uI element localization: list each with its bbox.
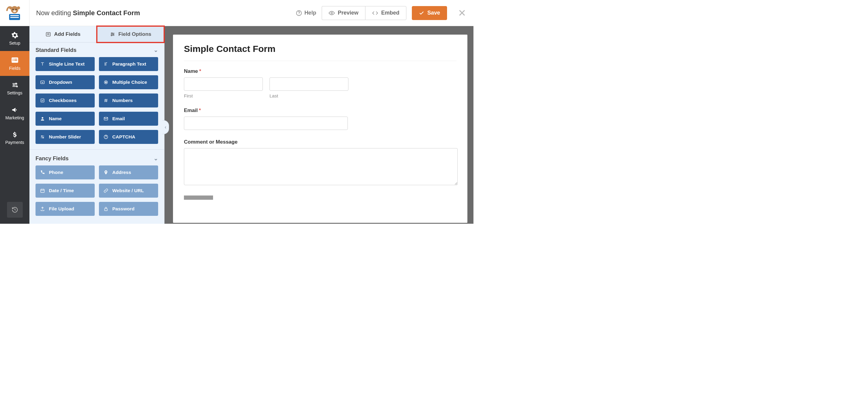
field-type-checkboxes[interactable]: Checkboxes — [35, 94, 95, 107]
field-type-label: Name — [49, 116, 62, 121]
side-rail: Setup Fields Settings Marketing Payments — [0, 26, 29, 224]
svg-point-27 — [113, 34, 114, 35]
hash-icon — [103, 98, 108, 103]
field-type-address[interactable]: Address — [99, 165, 158, 180]
field-type-name[interactable]: Name — [35, 112, 95, 126]
submit-button[interactable] — [184, 195, 213, 200]
editing-prefix: Now editing — [36, 9, 73, 17]
bullhorn-icon — [11, 106, 19, 114]
field-type-file-upload[interactable]: File Upload — [35, 202, 95, 216]
history-icon — [11, 207, 18, 213]
rail-setup[interactable]: Setup — [0, 26, 29, 51]
svg-rect-45 — [41, 189, 44, 192]
rail-payments[interactable]: Payments — [0, 126, 29, 151]
mail-icon — [103, 116, 108, 121]
list-icon — [11, 56, 19, 64]
check-icon — [40, 98, 45, 103]
svg-point-31 — [105, 82, 106, 83]
field-type-label: Number Slider — [49, 134, 81, 139]
field-type-multiple-choice[interactable]: Multiple Choice — [99, 75, 158, 89]
fields-panel: Add Fields Field Options Standard Fields… — [29, 26, 164, 224]
svg-point-37 — [41, 117, 43, 119]
svg-rect-49 — [104, 209, 107, 211]
comment-label: Comment or Message — [184, 139, 238, 145]
last-name-input[interactable] — [270, 77, 348, 91]
field-type-email[interactable]: Email — [99, 112, 158, 126]
fancy-field-grid: PhoneAddressDate / TimeWebsite / URLFile… — [29, 165, 164, 221]
help-icon — [103, 134, 108, 139]
embed-button[interactable]: Embed — [365, 6, 406, 20]
sliders-icon — [110, 32, 115, 37]
app-logo — [0, 0, 29, 26]
panel-tabs: Add Fields Field Options — [29, 26, 164, 42]
field-type-dropdown[interactable]: Dropdown — [35, 75, 95, 89]
svg-point-4 — [16, 9, 17, 10]
section-standard-fields[interactable]: Standard Fields ⌄ — [29, 42, 164, 57]
svg-point-19 — [16, 86, 18, 88]
field-type-label: Numbers — [112, 98, 133, 103]
main: Setup Fields Settings Marketing Payments… — [0, 26, 473, 224]
eye-icon — [329, 10, 335, 16]
history-button[interactable] — [7, 202, 23, 218]
field-type-label: Phone — [49, 170, 63, 175]
svg-point-5 — [13, 10, 16, 12]
field-type-password[interactable]: Password — [99, 202, 158, 216]
tab-add-fields[interactable]: Add Fields — [29, 26, 97, 42]
field-email[interactable]: Email* — [184, 107, 457, 130]
field-type-website-url[interactable]: Website / URL — [99, 184, 158, 198]
field-name[interactable]: Name* First Last — [184, 68, 457, 98]
field-comment[interactable]: Comment or Message — [184, 139, 457, 186]
field-type-label: Multiple Choice — [112, 80, 147, 85]
field-type-label: Website / URL — [112, 188, 144, 193]
tab-field-options[interactable]: Field Options — [97, 26, 164, 42]
radio-icon — [103, 80, 108, 85]
email-input[interactable] — [184, 117, 348, 130]
field-type-phone[interactable]: Phone — [35, 165, 95, 180]
field-type-captcha[interactable]: CAPTCHA — [99, 130, 158, 144]
first-name-input[interactable] — [184, 77, 263, 91]
field-type-label: Paragraph Text — [112, 61, 146, 67]
field-type-numbers[interactable]: Numbers — [99, 94, 158, 107]
preview-button[interactable]: Preview — [322, 6, 365, 20]
rail-fields[interactable]: Fields — [0, 51, 29, 76]
section-fancy-fields[interactable]: Fancy Fields ⌄ — [29, 151, 164, 165]
field-type-number-slider[interactable]: Number Slider — [35, 130, 95, 144]
form-name: Simple Contact Form — [73, 9, 140, 17]
topbar-actions: Help Preview Embed Save ✕ — [296, 6, 466, 20]
rail-marketing[interactable]: Marketing — [0, 101, 29, 126]
field-type-label: File Upload — [49, 206, 74, 212]
svg-rect-15 — [12, 60, 13, 61]
field-type-single-line-text[interactable]: Single Line Text — [35, 57, 95, 71]
standard-field-grid: Single Line TextParagraph TextDropdownMu… — [29, 57, 164, 150]
svg-rect-14 — [14, 59, 17, 60]
svg-point-18 — [13, 84, 14, 86]
field-type-date-time[interactable]: Date / Time — [35, 184, 95, 198]
field-type-label: Checkboxes — [49, 98, 76, 103]
form-canvas[interactable]: Simple Contact Form Name* First Last Ema… — [173, 35, 467, 223]
field-type-paragraph-text[interactable]: Paragraph Text — [99, 57, 158, 71]
user-icon — [40, 116, 45, 121]
last-sublabel: Last — [270, 93, 348, 98]
check-icon — [419, 10, 424, 16]
svg-rect-29 — [41, 81, 44, 84]
field-type-label: Email — [112, 116, 125, 121]
chevron-down-icon: ⌄ — [154, 47, 158, 54]
name-label: Name* — [184, 68, 201, 74]
close-icon[interactable]: ✕ — [458, 7, 466, 19]
first-sublabel: First — [184, 93, 263, 98]
svg-rect-32 — [41, 99, 44, 102]
save-button[interactable]: Save — [412, 6, 447, 20]
svg-point-11 — [331, 12, 332, 14]
svg-line-36 — [106, 99, 107, 102]
topbar: Now editing Simple Contact Form Help Pre… — [0, 0, 473, 26]
help-link[interactable]: Help — [296, 10, 316, 16]
lock-icon — [103, 207, 108, 211]
svg-point-26 — [112, 32, 112, 33]
field-type-label: CAPTCHA — [112, 134, 135, 139]
sliders-icon — [11, 81, 19, 89]
form-title: Simple Contact Form — [184, 44, 457, 54]
form-icon — [45, 32, 51, 37]
rail-settings[interactable]: Settings — [0, 76, 29, 101]
svg-point-42 — [43, 137, 44, 138]
comment-textarea[interactable] — [184, 148, 458, 185]
